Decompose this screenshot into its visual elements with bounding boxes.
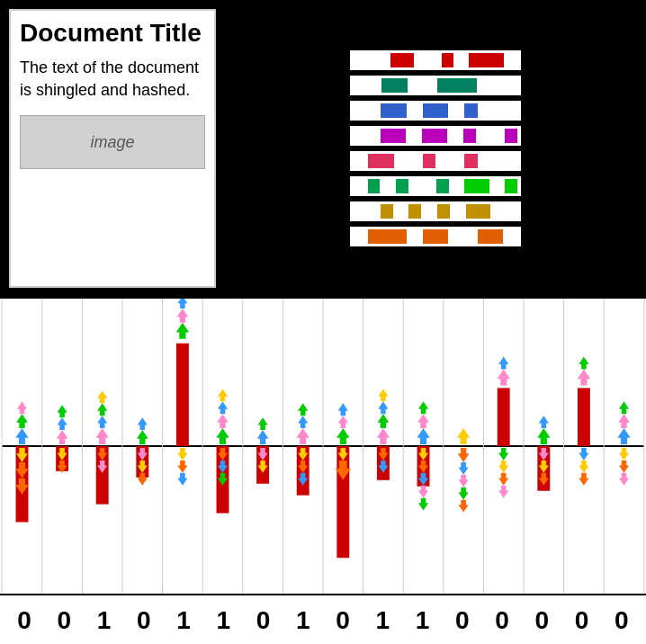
column-label-9: 1	[364, 606, 400, 635]
svg-marker-87	[418, 401, 428, 414]
svg-marker-107	[537, 428, 550, 444]
svg-marker-80	[378, 401, 388, 414]
column-label-8: 0	[325, 606, 361, 635]
svg-marker-27	[58, 417, 67, 430]
column-label-15: 0	[604, 606, 640, 635]
svg-marker-47	[177, 299, 187, 309]
hash-bar-6	[350, 201, 521, 221]
svg-marker-40	[138, 417, 148, 430]
svg-marker-50	[177, 473, 187, 486]
svg-marker-78	[377, 428, 390, 444]
svg-marker-52	[216, 428, 229, 444]
svg-marker-72	[336, 428, 349, 444]
svg-marker-94	[458, 448, 470, 462]
svg-marker-19	[15, 428, 28, 444]
chart-svg	[0, 299, 646, 594]
svg-marker-91	[418, 486, 428, 498]
document-card: Document Title The text of the document …	[9, 9, 216, 288]
svg-marker-67	[298, 403, 308, 416]
column-label-7: 1	[285, 606, 321, 635]
svg-marker-123	[619, 473, 629, 486]
svg-marker-33	[97, 416, 107, 428]
svg-marker-39	[137, 430, 148, 444]
column-label-6: 0	[246, 606, 282, 635]
column-label-3: 0	[126, 606, 162, 635]
svg-marker-20	[16, 414, 28, 428]
svg-marker-116	[579, 461, 588, 473]
svg-marker-120	[619, 401, 629, 414]
svg-marker-121	[619, 448, 629, 461]
svg-marker-54	[218, 401, 228, 414]
svg-marker-46	[177, 309, 189, 323]
svg-marker-60	[257, 430, 269, 444]
svg-marker-102	[498, 448, 508, 461]
column-label-4: 1	[166, 606, 202, 635]
svg-marker-79	[378, 414, 390, 428]
svg-marker-95	[459, 462, 469, 475]
svg-marker-26	[57, 430, 68, 444]
column-label-0: 0	[6, 606, 42, 635]
svg-marker-101	[498, 357, 508, 370]
column-label-11: 0	[444, 606, 480, 635]
labels-row: 0010110101100000	[0, 595, 646, 644]
svg-marker-104	[498, 473, 508, 486]
column-label-13: 0	[524, 606, 560, 635]
svg-marker-117	[579, 473, 588, 486]
svg-marker-49	[177, 461, 187, 473]
hash-bar-4	[350, 151, 521, 171]
column-label-2: 1	[86, 606, 122, 635]
hash-bar-1	[350, 76, 521, 95]
svg-marker-108	[539, 416, 549, 428]
hash-bar-7	[350, 227, 521, 246]
bottom-section: 0010110101100000	[0, 297, 646, 644]
svg-marker-103	[498, 461, 508, 473]
svg-marker-61	[258, 417, 268, 430]
svg-marker-118	[617, 428, 630, 444]
svg-marker-122	[619, 461, 629, 473]
svg-marker-115	[579, 448, 588, 461]
svg-marker-96	[459, 475, 469, 487]
svg-rect-112	[578, 388, 590, 446]
column-label-14: 0	[564, 606, 600, 635]
svg-marker-55	[218, 389, 228, 401]
document-image: image	[20, 115, 205, 169]
svg-marker-45	[176, 323, 189, 339]
svg-marker-32	[96, 428, 109, 444]
svg-marker-48	[177, 448, 187, 461]
svg-marker-97	[459, 487, 469, 500]
svg-marker-74	[338, 403, 348, 416]
column-label-12: 0	[484, 606, 520, 635]
svg-marker-28	[58, 405, 67, 417]
svg-marker-113	[578, 370, 590, 386]
hash-bar-2	[350, 101, 521, 121]
column-label-1: 0	[46, 606, 82, 635]
svg-marker-66	[298, 416, 308, 428]
svg-marker-65	[297, 428, 310, 444]
svg-rect-99	[498, 388, 510, 446]
hash-bar-3	[350, 126, 521, 146]
svg-marker-114	[579, 357, 588, 370]
svg-marker-98	[459, 500, 469, 513]
document-title: Document Title	[20, 20, 205, 48]
svg-marker-105	[498, 486, 508, 498]
svg-marker-21	[17, 401, 27, 414]
hash-bar-0	[350, 50, 521, 70]
column-label-10: 1	[405, 606, 441, 635]
svg-marker-92	[418, 498, 428, 511]
hash-panel	[225, 0, 646, 297]
svg-rect-44	[176, 344, 189, 446]
document-text: The text of the document is shingled and…	[20, 57, 205, 102]
svg-marker-34	[97, 403, 107, 416]
svg-marker-53	[217, 414, 229, 428]
svg-marker-73	[338, 416, 348, 428]
chart-area	[0, 299, 646, 595]
svg-marker-93	[457, 428, 470, 444]
top-section: Document Title The text of the document …	[0, 0, 646, 297]
svg-marker-35	[97, 390, 107, 403]
hash-bar-5	[350, 176, 521, 196]
svg-marker-85	[417, 428, 429, 444]
svg-marker-86	[417, 414, 429, 428]
svg-marker-119	[618, 414, 630, 428]
column-label-5: 1	[205, 606, 241, 635]
svg-marker-81	[378, 389, 388, 401]
